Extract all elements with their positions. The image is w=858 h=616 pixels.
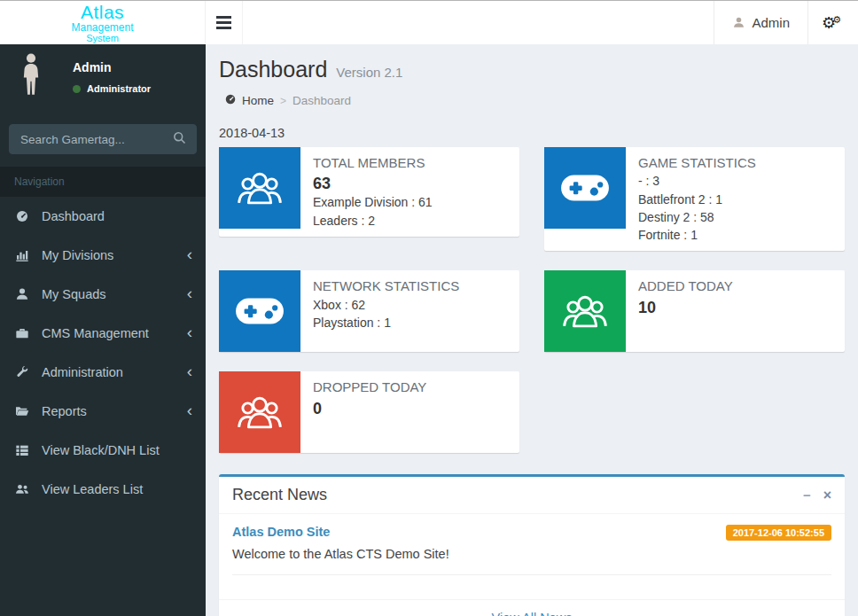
chevron-left-icon: ‹ (187, 324, 192, 343)
card-value: 0 (313, 400, 426, 418)
sidebar-item-my-divisions[interactable]: My Divisions ‹ (0, 236, 206, 275)
card-line: Leaders : 2 (313, 212, 433, 230)
users-icon (13, 482, 31, 496)
report-date: 2018-04-13 (219, 126, 845, 140)
app-logo[interactable]: Atlas Management System (0, 1, 206, 44)
chevron-left-icon: ‹ (187, 285, 192, 304)
stat-cards-grid: TOTAL MEMBERS 63 Example Division : 61 L… (219, 147, 845, 453)
news-item-title-link[interactable]: Atlas Demo Site (232, 525, 330, 539)
people-group-icon (236, 164, 284, 212)
news-item-text: Welcome to the Atlas CTS Demo Site! (232, 547, 831, 561)
sidebar-item-cms-management[interactable]: CMS Management ‹ (0, 314, 206, 353)
sidebar-item-view-leaders-list[interactable]: View Leaders List (0, 470, 206, 509)
top-navbar: Atlas Management System Admin ⚙⚙ (0, 0, 858, 44)
sidebar-nav: Dashboard My Divisions ‹ My Squads ‹ (0, 197, 206, 509)
card-icon-tile (544, 270, 626, 352)
card-total-members: TOTAL MEMBERS 63 Example Division : 61 L… (219, 147, 519, 237)
sidebar-user-role: Administrator (87, 83, 151, 94)
gamertag-search (9, 124, 197, 154)
search-submit-button[interactable] (172, 130, 190, 148)
card-line: Destiny 2 : 58 (638, 208, 756, 226)
avatar (9, 53, 53, 108)
card-title: DROPPED TODAY (313, 378, 426, 396)
collapse-icon[interactable]: − (803, 488, 811, 502)
breadcrumb-current: Dashboard (292, 94, 351, 107)
card-icon-tile (219, 371, 300, 453)
card-dropped-today: DROPPED TODAY 0 (219, 371, 519, 453)
chevron-left-icon: ‹ (187, 246, 192, 265)
card-value: 10 (638, 299, 733, 317)
logo-line-3: System (86, 34, 119, 43)
recent-news-panel: Recent News − × Atlas Demo Site 2017-12-… (219, 474, 845, 616)
gears-icon: ⚙⚙ (822, 13, 845, 32)
version-label: Version 2.1 (336, 65, 402, 80)
view-all-news-link[interactable]: View All News (492, 611, 573, 616)
folder-open-icon (13, 404, 31, 418)
breadcrumb-home-link[interactable]: Home (224, 93, 274, 108)
breadcrumb: Home > Dashboard (224, 93, 845, 108)
news-item: Atlas Demo Site 2017-12-06 10:52:55 Welc… (232, 525, 831, 561)
sidebar-user-panel: Admin Administrator (0, 44, 206, 119)
card-icon-tile (544, 147, 626, 229)
card-title: TOTAL MEMBERS (313, 154, 433, 172)
gauge-icon (224, 93, 237, 108)
atlas-management-app: Atlas Management System Admin ⚙⚙ (0, 0, 858, 616)
sidebar-item-administration[interactable]: Administration ‹ (0, 353, 206, 392)
card-title: NETWORK STATISTICS (313, 277, 459, 295)
card-value: 63 (313, 175, 433, 193)
online-status-dot (73, 85, 81, 93)
card-added-today: ADDED TODAY 10 (544, 270, 845, 352)
logo-line-2: Management (71, 22, 133, 33)
admin-menu-label: Admin (752, 15, 790, 30)
briefcase-icon (13, 326, 31, 340)
card-line: Example Division : 61 (313, 193, 433, 211)
user-icon (732, 16, 745, 29)
search-input[interactable] (9, 124, 197, 154)
admin-user-menu[interactable]: Admin (714, 1, 807, 44)
gamepad-icon (559, 169, 611, 207)
card-title: ADDED TODAY (638, 277, 733, 295)
sidebar-item-dashboard[interactable]: Dashboard (0, 197, 206, 236)
page-title: Dashboard (219, 57, 327, 82)
card-line: Fortnite : 1 (638, 226, 756, 244)
breadcrumb-separator: > (280, 95, 286, 107)
gamepad-icon (234, 292, 285, 330)
sidebar-item-view-black-dnh-list[interactable]: View Black/DNH List (0, 431, 206, 470)
nav-section-header: Navigation (0, 167, 206, 197)
person-silhouette-icon (16, 53, 46, 108)
card-line: Playstation : 1 (313, 314, 459, 331)
news-panel-title: Recent News (232, 486, 327, 504)
sidebar-item-my-squads[interactable]: My Squads ‹ (0, 275, 206, 314)
search-icon (172, 130, 187, 145)
list-icon (13, 443, 31, 457)
card-line: Xbox : 62 (313, 296, 459, 314)
card-game-statistics: GAME STATISTICS - : 3 Battlefront 2 : 1 … (544, 147, 845, 251)
main-content: Dashboard Version 2.1 Home > Dashboard 2… (206, 44, 858, 616)
card-icon-tile (219, 147, 300, 229)
gauge-icon (13, 209, 31, 223)
card-line: - : 3 (638, 172, 756, 190)
user-icon (13, 287, 31, 301)
bar-chart-icon (13, 248, 31, 262)
settings-button[interactable]: ⚙⚙ (807, 1, 858, 44)
people-group-icon (236, 388, 284, 436)
chevron-left-icon: ‹ (187, 363, 192, 382)
chevron-left-icon: ‹ (187, 402, 192, 421)
wrench-icon (13, 365, 31, 379)
people-group-icon (561, 287, 609, 335)
sidebar-user-name: Admin (73, 60, 151, 74)
close-icon[interactable]: × (823, 488, 831, 503)
logo-line-1: Atlas (81, 3, 124, 21)
news-timestamp-badge: 2017-12-06 10:52:55 (726, 525, 831, 541)
card-icon-tile (219, 270, 300, 352)
card-network-statistics: NETWORK STATISTICS Xbox : 62 Playstation… (219, 270, 519, 352)
card-title: GAME STATISTICS (638, 154, 756, 172)
sidebar-item-reports[interactable]: Reports ‹ (0, 392, 206, 431)
sidebar-toggle-button[interactable] (206, 1, 243, 44)
sidebar: Admin Administrator Navigation Da (0, 44, 206, 616)
card-line: Battlefront 2 : 1 (638, 191, 756, 208)
hamburger-icon (216, 16, 231, 19)
